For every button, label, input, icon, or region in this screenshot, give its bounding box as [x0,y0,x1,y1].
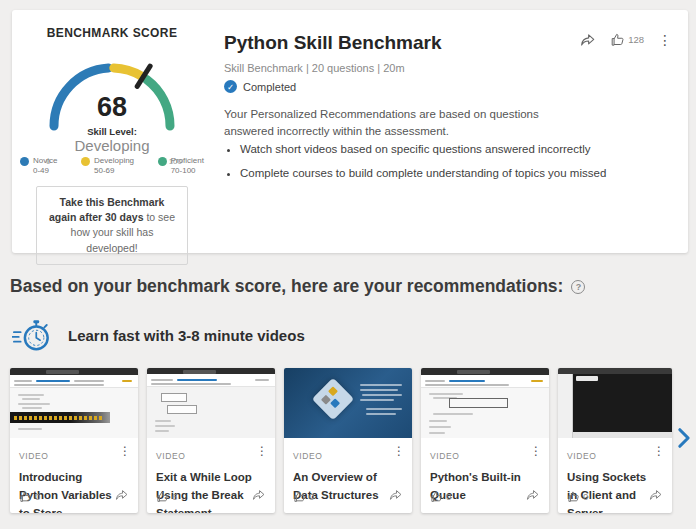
skill-level-value: Developing [32,137,192,154]
video-share-button[interactable] [252,487,266,505]
fast-videos-row: Learn fast with 3-8 minute videos [12,316,305,354]
legend-proficient-name: Proficient [171,156,204,165]
thumbs-up-icon [567,490,580,503]
recommendations-description: Your Personalized Recommendations are ba… [224,106,574,141]
share-button[interactable] [580,33,596,47]
content-type-label: VIDEO [567,451,596,461]
share-icon [649,489,663,501]
video-more-options-button[interactable]: ⋮ [256,444,268,458]
video-like-button[interactable]: 0 [567,490,588,503]
more-options-button[interactable]: ⋮ [658,33,672,47]
video-thumbnail [558,368,672,438]
content-type-label: VIDEO [156,451,185,461]
content-type-label: VIDEO [293,451,322,461]
video-like-button[interactable]: 0 [19,490,40,503]
video-thumbnail [10,368,138,438]
content-type-label: VIDEO [430,451,459,461]
video-share-button[interactable] [115,487,129,505]
video-card[interactable]: VIDEO ⋮ An Overview of Data Structures 0 [284,368,412,513]
status-text: Completed [243,81,296,93]
thumbs-up-icon [156,490,169,503]
developing-dot [81,157,90,166]
legend-item-proficient: Proficient 70-100 [158,156,204,177]
video-thumbnail [147,368,275,438]
legend-novice-range: 0-49 [33,166,49,175]
novice-dot [20,157,29,166]
video-card[interactable]: VIDEO ⋮ Python's Built-in Queue 0 [421,368,549,513]
content-type-label: VIDEO [19,451,48,461]
legend-item-novice: Novice 0-49 [20,156,57,177]
legend-novice-name: Novice [33,156,57,165]
video-like-count: 0 [446,491,451,502]
video-thumbnail [284,368,412,438]
benchmark-page: BENCHMARK SCORE 68 Skill Level: Developi… [0,0,696,529]
page-title: Python Skill Benchmark [224,32,442,54]
chevron-right-icon [676,427,691,449]
video-share-button[interactable] [649,487,663,505]
benchmark-score-heading: BENCHMARK SCORE [12,26,212,40]
carousel-next-button[interactable] [676,427,691,453]
gauge-legend: Novice 0-49 Developing 50-69 Proficient … [20,156,204,177]
video-more-options-button[interactable]: ⋮ [653,444,665,458]
benchmark-meta: Skill Benchmark | 20 questions | 20m [224,62,405,74]
video-like-button[interactable]: 0 [293,490,314,503]
legend-proficient-range: 70-100 [171,166,196,175]
thumbs-up-icon [610,32,625,47]
like-button[interactable]: 128 [610,32,644,47]
legend-developing-range: 50-69 [94,166,114,175]
data-structures-diagram-icon [312,378,354,420]
legend-item-developing: Developing 50-69 [81,156,134,177]
share-icon [389,489,403,501]
video-like-count: 0 [35,491,40,502]
video-more-options-button[interactable]: ⋮ [530,444,542,458]
video-card[interactable]: VIDEO ⋮ Using Sockets in Client and Serv… [558,368,672,513]
score-gauge: 68 Skill Level: Developing 0 100 [32,44,192,140]
video-like-count: 0 [309,491,314,502]
share-icon [580,33,596,47]
stopwatch-icon [12,316,52,354]
share-icon [526,489,540,501]
help-icon[interactable]: ? [571,280,585,294]
video-more-options-button[interactable]: ⋮ [393,444,405,458]
status-badge: ✓ Completed [224,80,296,93]
benchmark-card: BENCHMARK SCORE 68 Skill Level: Developi… [12,10,688,253]
video-like-button[interactable]: 6 [156,490,177,503]
thumbs-up-icon [430,490,443,503]
recommendations-heading: Based on your benchmark score, here are … [10,276,563,297]
completed-check-icon: ✓ [224,80,237,93]
proficient-dot [158,157,167,166]
benchmark-score-panel: BENCHMARK SCORE 68 Skill Level: Developi… [12,10,212,253]
video-share-button[interactable] [389,487,403,505]
video-thumbnail [421,368,549,438]
thumbs-up-icon [293,490,306,503]
video-like-count: 6 [172,491,177,502]
share-icon [115,489,129,501]
gauge-score-value: 68 [32,92,192,123]
video-card[interactable]: VIDEO ⋮ Introducing Python Variables to … [10,368,138,513]
legend-developing-name: Developing [94,156,134,165]
thumbs-up-icon [19,490,32,503]
fast-videos-heading: Learn fast with 3-8 minute videos [68,327,305,344]
like-count: 128 [628,34,644,45]
recommendations-header: Based on your benchmark score, here are … [10,276,585,297]
video-like-count: 0 [583,491,588,502]
video-like-button[interactable]: 0 [430,490,451,503]
recommendation-bullet-list: Watch short videos based on specific que… [240,143,696,191]
share-icon [252,489,266,501]
video-more-options-button[interactable]: ⋮ [119,444,131,458]
video-card[interactable]: VIDEO ⋮ Exit a While Loop Using the Brea… [147,368,275,513]
retake-tip-box: Take this Benchmark again after 30 days … [36,186,188,265]
video-share-button[interactable] [526,487,540,505]
card-actions: 128 ⋮ [580,32,672,47]
skill-level-label: Skill Level: [32,126,192,137]
bullet-item: Watch short videos based on specific que… [240,143,696,155]
bullet-item: Complete courses to build complete under… [240,167,696,179]
